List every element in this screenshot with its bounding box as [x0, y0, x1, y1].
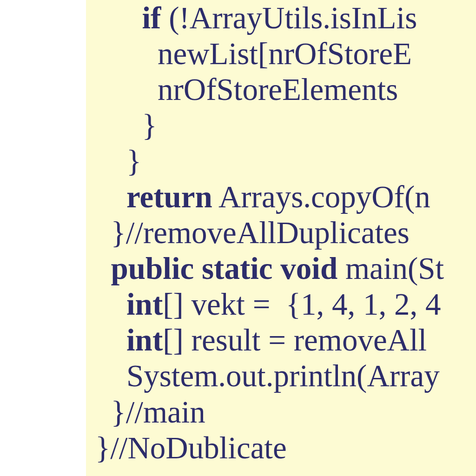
code-line-9: int[] vekt = {1, 4, 1, 2, 4 — [95, 286, 476, 322]
code-area: if (!ArrayUtils.isInLis newList[nrOfStor… — [86, 0, 476, 476]
code-line-12: }//main — [95, 394, 476, 430]
code-line-2: nrOfStoreElements — [95, 72, 476, 107]
left-margin — [0, 0, 86, 476]
code-line-5: return Arrays.copyOf(n — [95, 179, 476, 215]
code-line-0: if (!ArrayUtils.isInLis — [95, 0, 476, 36]
code-line-13: }//NoDublicate — [95, 430, 476, 466]
code-line-1: newList[nrOfStoreE — [95, 36, 476, 72]
code-line-3: } — [95, 107, 476, 143]
code-line-10: int[] result = removeAll — [95, 322, 476, 358]
code-line-6: }//removeAllDuplicates — [95, 215, 476, 251]
code-line-4: } — [95, 143, 476, 179]
code-line-11: System.out.println(Array — [95, 358, 476, 394]
code-line-8: public static void main(St — [95, 251, 476, 286]
